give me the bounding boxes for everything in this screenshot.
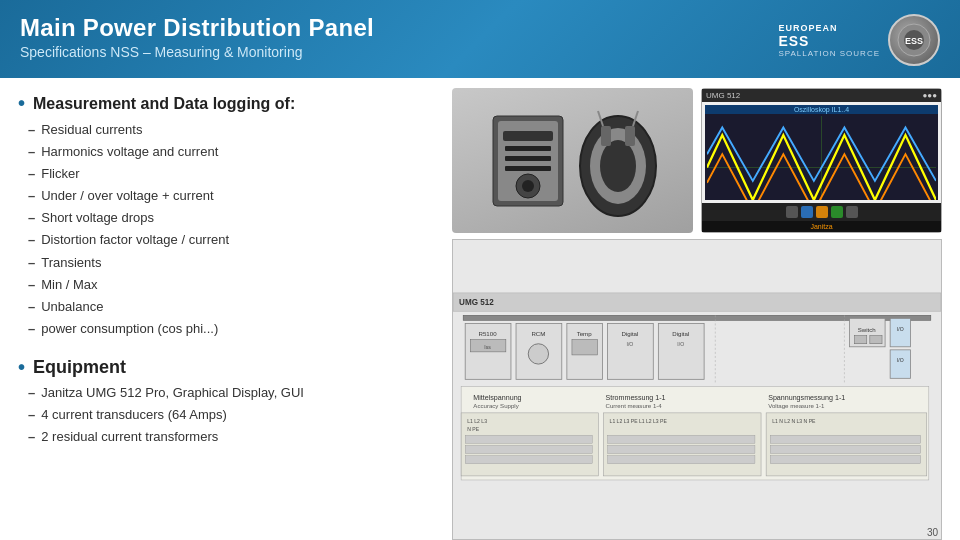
measurement-section: • Measurement and Data logging of: Resid… [18, 88, 438, 346]
svg-rect-69 [770, 445, 920, 453]
equipment-list: Janitza UMG 512 Pro, Graphical Display, … [18, 382, 438, 448]
main-content: • Measurement and Data logging of: Resid… [0, 78, 960, 540]
measurement-heading-text: Measurement and Data logging of: [33, 95, 295, 113]
umg-device-image: UMG 512 ●●● Oszilloskop IL1..4 [701, 88, 942, 233]
svg-rect-44 [890, 318, 910, 346]
svg-rect-5 [503, 131, 553, 141]
umg-screen: Oszilloskop IL1..4 [705, 105, 938, 200]
svg-rect-46 [890, 350, 910, 378]
svg-text:RCM: RCM [531, 330, 545, 337]
svg-text:I/O: I/O [627, 341, 634, 347]
svg-rect-61 [465, 445, 592, 453]
svg-text:R5100: R5100 [479, 330, 498, 337]
right-panel: UMG 512 ●●● Oszilloskop IL1..4 [452, 88, 942, 540]
umg-device-panel: UMG 512 ●●● Oszilloskop IL1..4 [701, 88, 942, 233]
svg-point-10 [522, 180, 534, 192]
logo-text: EUROPEAN ESS SPALLATION SOURCE [778, 23, 880, 58]
svg-text:Iss: Iss [484, 344, 491, 350]
svg-text:Digital: Digital [621, 330, 638, 337]
svg-text:UMG 512: UMG 512 [459, 298, 494, 307]
umg-controls [702, 203, 941, 221]
umg-btn-4[interactable] [831, 206, 843, 218]
svg-point-13 [600, 140, 636, 192]
logo-line3: SPALLATION SOURCE [778, 49, 880, 58]
svg-rect-62 [465, 456, 592, 464]
svg-rect-64 [608, 435, 755, 443]
svg-rect-65 [608, 445, 755, 453]
svg-rect-7 [505, 156, 551, 161]
umg-btn-3[interactable] [816, 206, 828, 218]
page-header: Main Power Distribution Panel Specificat… [0, 0, 960, 78]
header-logo: EUROPEAN ESS SPALLATION SOURCE ESS [778, 14, 940, 66]
svg-text:Accuracy Supply: Accuracy Supply [473, 402, 519, 409]
svg-text:Strommessung 1-1: Strommessung 1-1 [606, 394, 666, 402]
svg-rect-15 [625, 126, 635, 146]
list-item: Flicker [28, 163, 438, 185]
equipment-section: • Equipment Janitza UMG 512 Pro, Graphic… [18, 350, 438, 454]
svg-text:L1  L2  L3  PE  L1  L2  L3  PE: L1 L2 L3 PE L1 L2 L3 PE [610, 418, 668, 424]
svg-text:Spannungsmessung 1-1: Spannungsmessung 1-1 [768, 394, 845, 402]
measurement-heading: • Measurement and Data logging of: [18, 92, 438, 115]
electrical-diagram: UMG 512 R5100 Iss RCM Temp Di [452, 239, 942, 540]
diagram-svg: UMG 512 R5100 Iss RCM Temp Di [453, 240, 941, 539]
svg-rect-60 [465, 435, 592, 443]
svg-text:Mittelspannung: Mittelspannung [473, 394, 521, 402]
list-item: Min / Max [28, 274, 438, 296]
svg-rect-70 [770, 456, 920, 464]
bullet-icon: • [18, 92, 25, 115]
list-item: Transients [28, 252, 438, 274]
page-subtitle: Specifications NSS – Measuring & Monitor… [20, 44, 374, 60]
page-title: Main Power Distribution Panel [20, 14, 374, 42]
svg-text:ESS: ESS [905, 36, 923, 46]
svg-text:Voltage measure 1-1: Voltage measure 1-1 [768, 402, 825, 409]
list-item: Janitza UMG 512 Pro, Graphical Display, … [28, 382, 438, 404]
umg-brand-label: Janitza [702, 221, 941, 232]
umg-model-label: UMG 512 [706, 91, 740, 100]
umg-graph-area [705, 114, 938, 200]
umg-btn-1[interactable] [786, 206, 798, 218]
list-item: Under / over voltage + current [28, 185, 438, 207]
logo-circle: ESS [888, 14, 940, 66]
ct-transducer-image [452, 88, 693, 233]
svg-text:I/O: I/O [897, 326, 904, 332]
svg-rect-68 [770, 435, 920, 443]
list-item: 4 current transducers (64 Amps) [28, 404, 438, 426]
svg-text:N PE: N PE [467, 426, 479, 432]
list-item: Distortion factor voltage / current [28, 229, 438, 251]
list-item: Residual currents [28, 119, 438, 141]
svg-text:Current measure 1-4: Current measure 1-4 [606, 402, 663, 409]
bullet-icon-2: • [18, 356, 25, 379]
svg-text:Digital: Digital [672, 330, 689, 337]
svg-rect-14 [601, 126, 611, 146]
svg-rect-43 [870, 336, 882, 344]
svg-text:Switch: Switch [858, 326, 876, 333]
svg-point-30 [528, 344, 548, 364]
equipment-heading-text: Equipment [33, 357, 126, 378]
svg-text:Temp: Temp [577, 330, 593, 337]
umg-header: UMG 512 ●●● [702, 89, 941, 102]
svg-rect-66 [608, 456, 755, 464]
logo-line2: ESS [778, 33, 880, 49]
top-images: UMG 512 ●●● Oszilloskop IL1..4 [452, 88, 942, 233]
svg-rect-33 [572, 340, 597, 355]
svg-rect-6 [505, 146, 551, 151]
equipment-heading: • Equipment [18, 356, 438, 379]
list-item: 2 residual current transformers [28, 426, 438, 448]
umg-btn-2[interactable] [801, 206, 813, 218]
umg-btn-5[interactable] [846, 206, 858, 218]
logo-line1: EUROPEAN [778, 23, 880, 33]
svg-rect-21 [453, 293, 941, 311]
list-item: Short voltage drops [28, 207, 438, 229]
svg-text:L1  N  L2  N  L3  N  PE: L1 N L2 N L3 N PE [772, 418, 816, 424]
svg-text:L1 L2 L3: L1 L2 L3 [467, 418, 487, 424]
measurement-list: Residual currents Harmonics voltage and … [18, 119, 438, 340]
page-number: 30 [927, 527, 938, 538]
header-text-block: Main Power Distribution Panel Specificat… [20, 14, 374, 60]
list-item: Unbalance [28, 296, 438, 318]
umg-screen-title: Oszilloskop IL1..4 [705, 105, 938, 114]
umg-status: ●●● [923, 91, 938, 100]
left-panel: • Measurement and Data logging of: Resid… [18, 88, 438, 540]
list-item: power consumption (cos phi...) [28, 318, 438, 340]
svg-text:I/O: I/O [677, 341, 684, 347]
list-item: Harmonics voltage and current [28, 141, 438, 163]
